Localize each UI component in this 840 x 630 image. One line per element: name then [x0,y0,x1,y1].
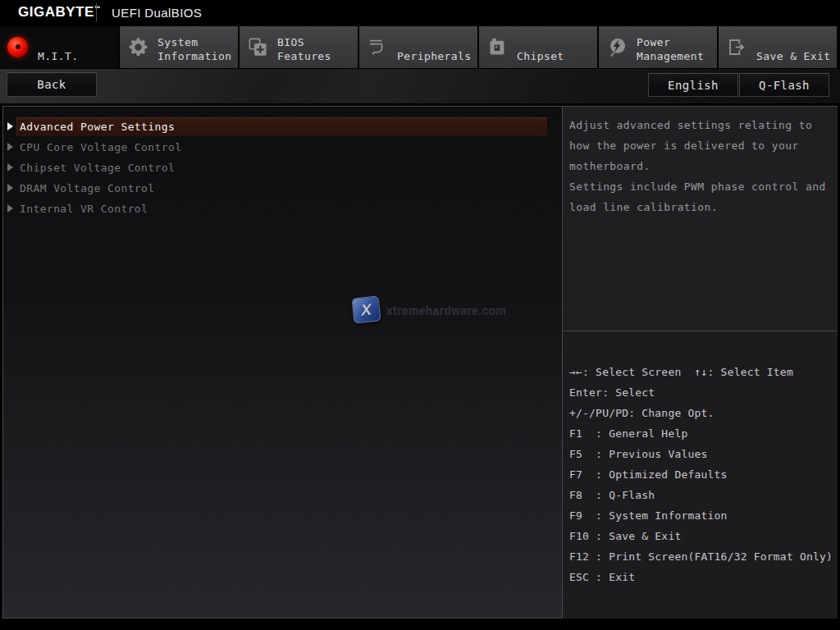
submenu-arrow-icon [7,143,13,151]
key-legend-line: F5 : Previous Values [569,444,834,464]
peripherals-icon [367,36,389,58]
help-text-line: motherboard. [569,156,831,176]
key-legend-line: F1 : General Help [569,423,834,444]
key-legend-line: F12 : Print Screen(FAT16/32 Format Only) [569,546,834,567]
bios-chip-icon [247,36,269,58]
menu-item-advanced-power-settings[interactable]: Advanced Power Settings [0,117,562,136]
xtremehardware-logo-icon: X [351,295,381,323]
tab-bios-features[interactable]: BIOSFeatures [240,26,358,68]
tab-mit[interactable]: M.I.T. [0,26,118,68]
firmware-title: UEFI DualBIOS [112,6,202,20]
tab-system-information[interactable]: SystemInformation [120,26,238,68]
tab-chipset[interactable]: Chipset [479,26,597,68]
help-text-line: Adjust advanced settings relating to [569,115,831,135]
submenu-arrow-icon [7,184,13,192]
key-legend-line: ESC : Exit [569,567,834,587]
menu-item-internal-vr-control[interactable]: Internal VR Control [0,199,562,218]
qflash-button[interactable]: Q-Flash [739,73,829,97]
key-legend-panel: →←: Select Screen ↑↓: Select Item Enter:… [562,331,838,619]
xtremehardware-watermark: X xtremehardware.com [353,297,506,322]
tab-power-management[interactable]: PowerManagement [599,26,717,68]
submenu-arrow-icon [7,163,13,171]
key-legend-line: F9 : System Information [569,505,834,526]
tab-peripherals[interactable]: Peripherals [359,26,477,68]
menu-item-dram-voltage-control[interactable]: DRAM Voltage Control [0,179,562,198]
language-button[interactable]: English [648,73,738,97]
menu-item-cpu-core-voltage-control[interactable]: CPU Core Voltage Control [0,138,562,157]
save-exit-icon [726,36,748,58]
key-legend-line: F10 : Save & Exit [569,526,834,546]
key-legend-line: Enter: Select [569,382,834,403]
submenu-arrow-icon [7,122,13,130]
tab-save-exit[interactable]: Save & Exit [719,26,837,68]
gigabyte-logo: GIGABYTE™ [18,4,101,21]
menu-item-chipset-voltage-control[interactable]: Chipset Voltage Control [0,158,562,177]
key-legend-line: →←: Select Screen ↑↓: Select Item [569,362,834,382]
mit-red-dot-icon [7,37,28,57]
power-icon [606,36,628,58]
bios-screen: GIGABYTE™ UEFI DualBIOS M.I.T. SystemInf… [0,0,840,630]
key-legend-line: F8 : Q-Flash [569,485,834,505]
top-bar: GIGABYTE™ UEFI DualBIOS [0,0,840,25]
item-help-panel: Adjust advanced settings relating to how… [562,107,838,331]
gear-icon [127,36,149,58]
help-text-line: load line calibration. [569,197,831,217]
topbar-divider [96,3,97,21]
submenu-arrow-icon [7,204,13,212]
key-legend-line: +/-/PU/PD: Change Opt. [569,403,834,423]
help-text-line: how the power is delivered to your [569,135,831,156]
back-button[interactable]: Back [7,72,97,97]
help-text-line: Settings include PWM phase control and [569,176,831,197]
xtremehardware-watermark-text: xtremehardware.com [386,304,506,317]
key-legend-line: F7 : Optimized Defaults [569,464,834,485]
chipset-icon [486,36,509,58]
